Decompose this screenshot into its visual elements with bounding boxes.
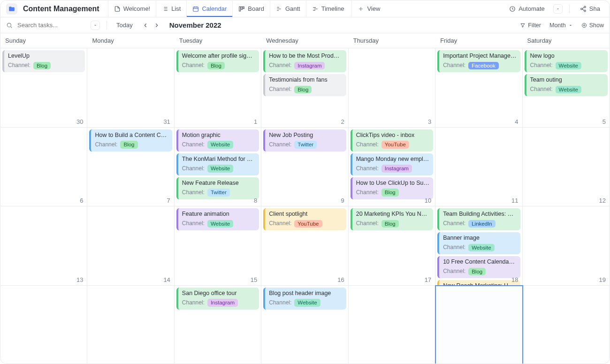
calendar-cell[interactable]: Feature animationChannel:Website15 <box>175 206 261 285</box>
calendar-event[interactable]: The KonMari Method for ProjectChannel:We… <box>176 153 259 175</box>
calendar-event[interactable]: 20 Marketing KPIs You Need toChannel:Blo… <box>351 208 433 230</box>
calendar-cell[interactable]: Welcome after profile sign-upChannel:Blo… <box>175 48 261 127</box>
calendar-event[interactable]: How to Use ClickUp to SucceedChannel:Blo… <box>351 177 433 199</box>
calendar-event[interactable]: 10 Free Content Calendar TemplatesChanne… <box>437 256 520 278</box>
calendar-cell[interactable] <box>349 286 435 364</box>
calendar-cell[interactable] <box>435 286 522 364</box>
event-title: Banner image <box>443 235 516 242</box>
tab-board[interactable]: Board <box>232 0 270 17</box>
channel-chip: YouTube <box>381 141 409 148</box>
calendar-cell[interactable]: 20 Marketing KPIs You Need toChannel:Blo… <box>349 206 435 285</box>
event-title: How to be the Most Productive <box>269 53 342 60</box>
calendar-cell[interactable]: 31 <box>87 48 174 127</box>
calendar-cell[interactable] <box>523 286 610 364</box>
search-input[interactable] <box>16 21 87 29</box>
automate-dropdown[interactable] <box>553 4 563 14</box>
calendar-cell[interactable]: New Job PostingChannel:Twitter9 <box>261 128 348 206</box>
show-button[interactable]: Show <box>581 22 604 29</box>
calendar-event[interactable]: Team Building Activities: 25 ExercisesCh… <box>437 208 520 230</box>
prev-month-button[interactable] <box>140 20 151 30</box>
event-title: 10 Free Content Calendar Templates <box>443 258 516 266</box>
day-header: Monday <box>87 33 174 48</box>
date-number: 3 <box>428 118 431 125</box>
calendar-cell[interactable]: 3 <box>349 48 435 127</box>
calendar-cell[interactable]: San Diego office tourChannel:Instagram <box>175 286 261 364</box>
calendar-cell[interactable]: ClickTips video - inboxChannel:YouTubeMa… <box>349 128 435 206</box>
calendar-cell[interactable]: Client spotlightChannel:YouTube16 <box>261 206 348 285</box>
share-button[interactable]: Sha <box>576 3 604 14</box>
channel-chip: Website <box>207 220 233 228</box>
calendar-event[interactable]: How to Build a Content CreationChannel:B… <box>89 129 172 152</box>
calendar-event[interactable]: Testimonials from fansChannel:Blog <box>263 74 346 96</box>
calendar-event[interactable]: Team outingChannel:Website <box>525 74 608 96</box>
folder-icon[interactable] <box>6 3 17 15</box>
calendar-cell[interactable]: 13 <box>0 206 87 285</box>
channel-chip: Blog <box>120 141 137 148</box>
calendar-event[interactable]: Banner imageChannel:Website <box>437 232 520 254</box>
channel-label: Channel: <box>182 220 205 227</box>
calendar-event[interactable]: New logoChannel:Website <box>525 50 608 72</box>
tab-gantt[interactable]: Gantt <box>270 0 306 17</box>
channel-chip: Blog <box>381 220 399 228</box>
today-button[interactable]: Today <box>114 21 136 30</box>
event-title: New Feature Release <box>182 180 255 187</box>
calendar-cell[interactable]: Blog post header imageChannel:Website <box>261 286 348 364</box>
tab-calendar[interactable]: Calendar <box>186 0 232 17</box>
calendar-event[interactable]: Motion graphicChannel:Website <box>176 129 259 152</box>
calendar-cell[interactable]: 11 <box>435 128 522 206</box>
tab-list[interactable]: List <box>156 0 186 17</box>
calendar-cell[interactable]: 6 <box>0 128 87 206</box>
automate-button[interactable]: Automate <box>505 3 549 14</box>
calendar-event[interactable]: LevelUpChannel:Blog <box>2 50 85 72</box>
calendar-cell[interactable] <box>0 286 87 364</box>
calendar-cell[interactable]: LevelUpChannel:Blog30 <box>0 48 87 127</box>
calendar-event[interactable]: ClickTips video - inboxChannel:YouTube <box>351 129 433 152</box>
calendar-event[interactable]: New Job PostingChannel:Twitter <box>263 129 346 152</box>
svg-rect-2 <box>241 7 243 9</box>
next-month-button[interactable] <box>152 20 162 30</box>
channel-chip: Blog <box>33 62 51 69</box>
calendar-event[interactable]: Client spotlightChannel:YouTube <box>263 208 346 230</box>
channel-chip: Website <box>556 86 581 93</box>
period-button[interactable]: Month <box>549 22 573 29</box>
calendar-event[interactable]: New Reach Marketing: How ClickUpChannel:… <box>437 280 520 285</box>
calendar-event[interactable]: Blog post header imageChannel:Website <box>263 288 346 310</box>
calendar-cell[interactable] <box>87 286 174 364</box>
svg-rect-3 <box>243 7 244 8</box>
channel-label: Channel: <box>530 86 553 93</box>
filter-button[interactable]: Filter <box>520 22 541 29</box>
calendar-cell[interactable]: How to be the Most ProductiveChannel:Ins… <box>261 48 348 127</box>
calendar-event[interactable]: How to be the Most ProductiveChannel:Ins… <box>263 50 346 72</box>
channel-chip: Blog <box>381 189 399 196</box>
add-view-button[interactable]: View <box>351 0 386 17</box>
calendar-event[interactable]: Feature animationChannel:Website <box>176 208 259 230</box>
channel-label: Channel: <box>95 141 117 148</box>
calendar-cell[interactable]: Team Building Activities: 25 ExercisesCh… <box>435 206 522 285</box>
channel-chip: YouTube <box>294 220 322 228</box>
event-title: 20 Marketing KPIs You Need to <box>356 211 429 218</box>
channel-label: Channel: <box>443 268 465 275</box>
calendar-event[interactable]: Important Project ManagementChannel:Face… <box>437 50 520 72</box>
calendar-cell[interactable]: Important Project ManagementChannel:Face… <box>435 48 522 127</box>
tab-timeline[interactable]: Timeline <box>306 0 350 17</box>
calendar-cell[interactable]: 14 <box>87 206 174 285</box>
date-number: 5 <box>602 118 606 125</box>
tab-welcome[interactable]: Welcome! <box>108 0 156 17</box>
svg-point-6 <box>581 8 583 10</box>
calendar-event[interactable]: San Diego office tourChannel:Instagram <box>176 288 259 310</box>
search-dropdown[interactable] <box>91 21 100 30</box>
calendar-event[interactable]: Mango Monday new employeeChannel:Instagr… <box>351 153 433 175</box>
event-title: San Diego office tour <box>182 290 255 297</box>
channel-label: Channel: <box>269 141 291 148</box>
calendar-cell[interactable]: Motion graphicChannel:WebsiteThe KonMari… <box>175 128 261 206</box>
calendar-cell[interactable]: New logoChannel:WebsiteTeam outingChanne… <box>523 48 610 127</box>
calendar-event[interactable]: New Feature ReleaseChannel:Twitter <box>176 177 259 199</box>
channel-label: Channel: <box>182 189 205 196</box>
channel-label: Channel: <box>269 86 291 93</box>
date-number: 6 <box>80 197 83 204</box>
calendar-cell[interactable]: How to Build a Content CreationChannel:B… <box>87 128 174 206</box>
calendar-cell[interactable]: 19 <box>523 206 610 285</box>
date-number: 30 <box>76 118 83 125</box>
calendar-event[interactable]: Welcome after profile sign-upChannel:Blo… <box>176 50 259 72</box>
calendar-cell[interactable]: 12 <box>523 128 610 206</box>
